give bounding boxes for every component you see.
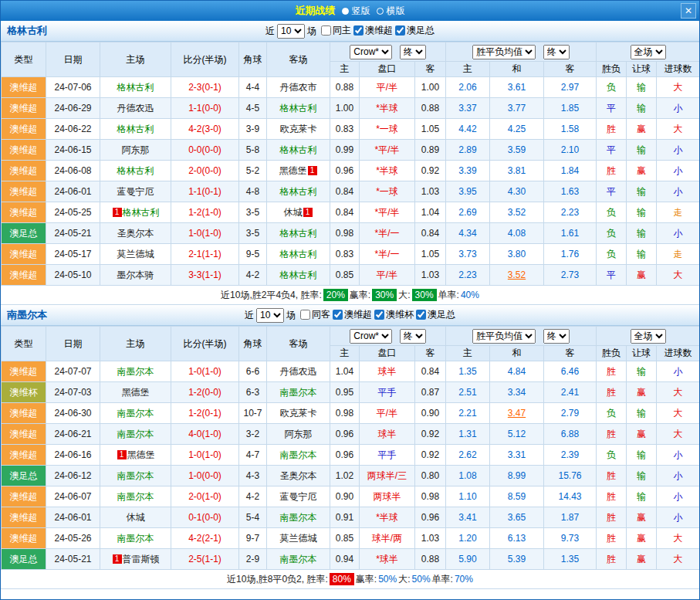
odds-time-select[interactable]: 终: [400, 329, 426, 344]
score-cell[interactable]: 1-0(1-0): [171, 223, 239, 244]
score-cell[interactable]: 2-5(1-1): [171, 549, 239, 570]
home-team-cell[interactable]: 墨尔本骑: [100, 265, 171, 286]
away-team-name[interactable]: 丹德农市: [280, 82, 317, 93]
score-cell[interactable]: 1-1(0-0): [171, 98, 239, 119]
home-team-cell[interactable]: 南墨尔本: [100, 361, 171, 382]
away-team-name[interactable]: 黑德堡: [279, 165, 307, 176]
away-team-cell[interactable]: 格林古利: [267, 244, 330, 265]
home-team-cell[interactable]: 格林古利: [100, 119, 171, 140]
home-team-cell[interactable]: 黑德堡: [100, 382, 171, 403]
home-team-cell[interactable]: 1黑德堡: [100, 445, 171, 466]
away-team-name[interactable]: 格林古利: [280, 228, 317, 239]
home-team-name[interactable]: 南墨尔本: [117, 491, 154, 502]
score-cell[interactable]: 1-0(1-0): [171, 445, 239, 466]
home-team-cell[interactable]: 1普雷斯顿: [100, 549, 171, 570]
home-team-name[interactable]: 南墨尔本: [117, 470, 154, 481]
checkbox-input[interactable]: [374, 310, 384, 320]
away-team-name[interactable]: 阿东那: [285, 429, 313, 439]
home-team-name[interactable]: 南墨尔本: [117, 429, 154, 439]
away-team-cell[interactable]: 格林古利: [267, 223, 330, 244]
home-team-name[interactable]: 南墨尔本: [117, 366, 154, 377]
avg-type-select[interactable]: 胜平负均值: [472, 329, 536, 344]
home-team-name[interactable]: 休城: [127, 512, 145, 523]
match-count-select[interactable]: 10: [277, 24, 305, 39]
away-team-name[interactable]: 莫兰德城: [280, 533, 317, 544]
home-team-cell[interactable]: 格林古利: [100, 161, 171, 181]
odds-time-select[interactable]: 终: [400, 45, 426, 59]
home-team-name[interactable]: 莫兰德城: [117, 249, 154, 259]
filter-checkbox[interactable]: 澳维杯: [374, 308, 414, 321]
filter-checkbox[interactable]: 同客: [300, 308, 330, 321]
away-team-cell[interactable]: 丹德农市: [267, 77, 330, 98]
home-team-name[interactable]: 黑德堡: [122, 387, 150, 398]
home-team-name[interactable]: 黑德堡: [127, 449, 155, 460]
scope-select[interactable]: 全场: [631, 45, 666, 59]
away-team-name[interactable]: 蓝曼宁厄: [280, 491, 317, 502]
home-team-name[interactable]: 格林古利: [117, 124, 154, 134]
home-team-cell[interactable]: 丹德农迅: [100, 98, 171, 119]
score-cell[interactable]: 3-3(1-1): [171, 265, 239, 286]
away-team-cell[interactable]: 阿东那: [267, 424, 330, 445]
away-team-name[interactable]: 圣奥尔本: [280, 470, 317, 481]
filter-checkbox[interactable]: 澳维超: [333, 308, 372, 321]
away-team-cell[interactable]: 欧克莱卡: [267, 403, 330, 424]
away-team-name[interactable]: 格林古利: [280, 269, 317, 280]
score-cell[interactable]: 1-2(1-0): [171, 202, 239, 223]
home-team-cell[interactable]: 1格林古利: [100, 202, 171, 223]
away-team-cell[interactable]: 格林古利: [267, 140, 330, 161]
home-team-cell[interactable]: 南墨尔本: [100, 466, 171, 486]
home-team-cell[interactable]: 圣奥尔本: [100, 223, 171, 244]
checkbox-input[interactable]: [416, 310, 426, 320]
away-team-name[interactable]: 南墨尔本: [280, 387, 317, 398]
away-team-name[interactable]: 格林古利: [280, 249, 317, 259]
home-team-cell[interactable]: 阿东那: [100, 140, 171, 161]
away-team-cell[interactable]: 格林古利: [267, 265, 330, 286]
away-team-cell[interactable]: 格林古利: [267, 181, 330, 202]
checkbox-input[interactable]: [333, 310, 343, 320]
home-team-name[interactable]: 普雷斯顿: [123, 554, 160, 564]
away-team-cell[interactable]: 南墨尔本: [267, 507, 330, 528]
home-team-cell[interactable]: 蓝曼宁厄: [100, 181, 171, 202]
score-cell[interactable]: 2-0(1-0): [171, 486, 239, 507]
home-team-name[interactable]: 墨尔本骑: [117, 269, 154, 280]
filter-checkbox[interactable]: 同主: [321, 24, 351, 37]
away-team-name[interactable]: 格林古利: [280, 186, 317, 197]
score-cell[interactable]: 1-2(0-1): [171, 403, 239, 424]
score-cell[interactable]: 2-3(0-1): [171, 77, 239, 98]
home-team-cell[interactable]: 南墨尔本: [100, 403, 171, 424]
away-team-cell[interactable]: 南墨尔本: [267, 549, 330, 570]
away-team-name[interactable]: 休城: [284, 207, 303, 218]
home-team-name[interactable]: 丹德农迅: [117, 103, 154, 114]
layout-radio-landscape[interactable]: 横版: [377, 5, 405, 18]
away-team-name[interactable]: 格林古利: [280, 103, 317, 114]
score-cell[interactable]: 1-0(1-0): [171, 361, 239, 382]
checkbox-input[interactable]: [395, 25, 405, 36]
filter-checkbox[interactable]: 澳足总: [416, 308, 455, 321]
checkbox-input[interactable]: [300, 310, 310, 320]
away-team-cell[interactable]: 南墨尔本: [267, 445, 330, 466]
away-team-name[interactable]: 欧克莱卡: [280, 124, 317, 134]
checkbox-input[interactable]: [321, 25, 331, 36]
home-team-name[interactable]: 圣奥尔本: [117, 228, 154, 239]
away-team-cell[interactable]: 黑德堡1: [267, 161, 330, 181]
away-team-cell[interactable]: 莫兰德城: [267, 528, 330, 549]
avg-time-select[interactable]: 终: [543, 329, 570, 344]
home-team-cell[interactable]: 格林古利: [100, 77, 171, 98]
avg-type-select[interactable]: 胜平负均值: [472, 45, 536, 59]
score-cell[interactable]: 4-2(2-1): [171, 528, 239, 549]
away-team-name[interactable]: 欧克莱卡: [280, 408, 317, 419]
home-team-cell[interactable]: 南墨尔本: [100, 528, 171, 549]
away-team-cell[interactable]: 南墨尔本: [267, 382, 330, 403]
score-cell[interactable]: 4-2(3-0): [171, 119, 239, 140]
score-cell[interactable]: 2-1(1-1): [171, 244, 239, 265]
home-team-cell[interactable]: 莫兰德城: [100, 244, 171, 265]
score-cell[interactable]: 0-1(0-0): [171, 507, 239, 528]
close-button[interactable]: ✕: [681, 3, 696, 19]
score-cell[interactable]: 4-0(1-0): [171, 424, 239, 445]
filter-checkbox[interactable]: 澳足总: [395, 24, 435, 37]
away-team-name[interactable]: 南墨尔本: [280, 449, 317, 460]
away-team-name[interactable]: 南墨尔本: [280, 512, 317, 523]
score-cell[interactable]: 0-0(0-0): [171, 140, 239, 161]
home-team-name[interactable]: 蓝曼宁厄: [117, 186, 154, 197]
away-team-cell[interactable]: 蓝曼宁厄: [267, 486, 330, 507]
